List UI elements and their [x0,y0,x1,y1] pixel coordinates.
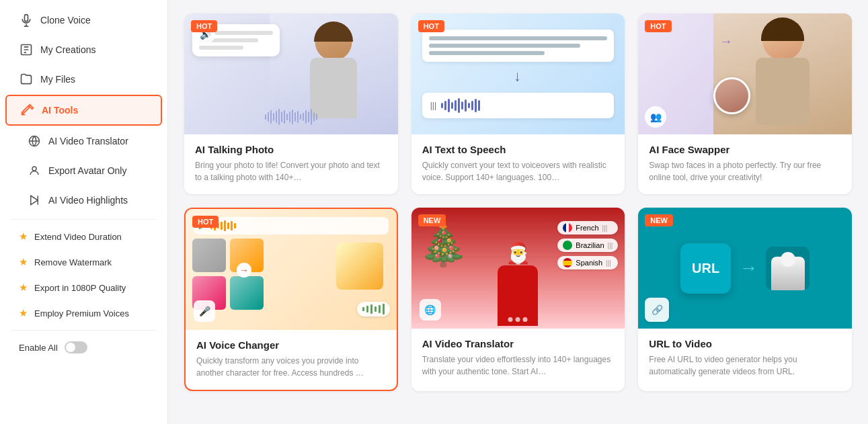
lang-tag-brazilian: Brazilian ||| [557,239,618,252]
card-face-swapper[interactable]: HOT → 👥 AI Face Swapper Swap two face [638,13,852,194]
card-desc-url-to-video: Free AI URL to video generator helps you… [649,353,841,378]
card-desc-video-translator: Translate your video effortlessly into 1… [422,353,615,378]
sidebar-divider-2 [11,330,157,331]
card-desc-tts: Quickly convert your text to voiceovers … [422,159,615,183]
clone-voice-icon [19,13,34,28]
card-title-tts: AI Text to Speech [422,144,615,155]
card-thumbnail-talking-photo: HOT 🔊 [184,13,398,134]
lang-tag-spanish: Spanish ||| [557,256,618,269]
my-creations-icon [19,42,34,57]
sidebar-item-ai-video-highlights-label: AI Video Highlights [48,195,128,206]
ai-video-translator-icon [27,134,42,149]
card-body-talking-photo: AI Talking Photo Bring your photo to lif… [184,134,398,194]
export-avatar-icon [27,163,42,178]
waveform-decoration [184,109,398,125]
card-body-face-swapper: AI Face Swapper Swap two faces in a phot… [638,134,852,194]
flag-brazilian [563,241,572,250]
card-desc-voice-changer: Quickly transform any voices you provide… [196,355,386,379]
sidebar-item-my-creations[interactable]: My Creations [5,36,162,64]
card-body-video-translator: AI Video Translator Translate your video… [411,329,625,388]
card-text-to-speech[interactable]: HOT → ||| [411,13,625,194]
sidebar-premium-extend-video[interactable]: ★ Extend Video Duration [5,224,162,249]
sidebar: Clone Voice My Creations My Files AI Too… [0,0,168,424]
card-desc-talking-photo: Bring your photo to life! Convert your p… [195,159,387,183]
star-icon-2: ★ [19,256,28,268]
sidebar-premium-voices[interactable]: ★ Employ Premium Voices [5,301,162,325]
card-url-to-video[interactable]: NEW URL → 🔗 URL to Video Free AI URL to … [638,208,852,391]
translate-icon: 🌐 [420,299,441,321]
sidebar-premium-remove-watermark[interactable]: ★ Remove Watermark [5,250,162,274]
badge-hot-vc: HOT [192,216,219,228]
star-icon-3: ★ [19,282,28,294]
badge-hot-talking-photo: HOT [191,20,217,32]
card-title-url-to-video: URL to Video [649,338,841,349]
card-title-face-swapper: AI Face Swapper [649,144,841,155]
enable-all-toggle[interactable] [65,341,87,353]
face-swap-icon: 👥 [645,106,666,128]
lang-tags: French ||| Brazilian ||| Spanish ||| [557,221,618,269]
sidebar-enable-all: Enable All [5,335,162,359]
lang-name-brazilian: Brazilian [576,241,604,249]
card-thumbnail-url-to-video: NEW URL → 🔗 [638,208,852,329]
card-title-video-translator: AI Video Translator [422,338,615,349]
sidebar-premium-export-1080p[interactable]: ★ Export in 1080P Quality [5,275,162,300]
badge-hot-tts: HOT [418,20,444,32]
sidebar-item-clone-voice[interactable]: Clone Voice [5,6,162,34]
sidebar-item-my-files[interactable]: My Files [5,65,162,93]
star-icon: ★ [19,230,28,243]
lang-tag-french: French ||| [557,221,618,235]
sidebar-item-ai-video-highlights[interactable]: AI Video Highlights [5,186,162,214]
svg-point-5 [32,167,36,171]
lang-name-french: French [576,224,598,232]
badge-new-url: NEW [645,214,673,226]
sidebar-item-ai-tools-label: AI Tools [42,105,78,116]
card-voice-changer[interactable]: HOT ▶ [184,208,398,391]
sidebar-item-ai-video-translator-label: AI Video Translator [48,136,128,146]
sidebar-item-ai-video-translator[interactable]: AI Video Translator [5,127,162,155]
main-content: HOT 🔊 [168,0,868,424]
sidebar-item-export-avatar[interactable]: Export Avatar Only [5,157,162,185]
url-icon-bottom: 🔗 [645,298,669,322]
sidebar-item-export-avatar-label: Export Avatar Only [48,165,126,176]
ai-tools-icon [20,103,35,118]
card-body-voice-changer: AI Voice Changer Quickly transform any v… [186,330,397,390]
lang-name-spanish: Spanish [576,259,602,267]
my-files-icon [19,72,34,87]
card-video-translator[interactable]: NEW 🎄 🎅 French ||| [411,208,625,391]
sidebar-item-my-files-label: My Files [40,74,75,85]
cards-grid: HOT 🔊 [184,13,852,391]
card-title-talking-photo: AI Talking Photo [195,144,387,155]
svg-marker-6 [31,196,38,205]
sidebar-item-clone-voice-label: Clone Voice [40,15,91,26]
card-body-url-to-video: URL to Video Free AI URL to video genera… [638,329,852,388]
flag-spanish [563,258,572,267]
card-thumbnail-voice-changer: HOT ▶ [186,209,397,330]
sidebar-item-my-creations-label: My Creations [40,44,95,55]
star-icon-4: ★ [19,307,28,319]
card-body-tts: AI Text to Speech Quickly convert your t… [411,134,625,194]
vc-mic-icon: 🎤 [194,300,215,322]
card-title-voice-changer: AI Voice Changer [196,339,386,351]
card-talking-photo[interactable]: HOT 🔊 [184,13,398,194]
badge-new-vt: NEW [418,214,446,226]
sidebar-item-ai-tools[interactable]: AI Tools [5,95,162,126]
badge-hot-face-swapper: HOT [645,20,671,32]
enable-all-label: Enable All [19,343,58,353]
flag-french [563,223,572,232]
card-thumbnail-tts: HOT → ||| [411,13,625,134]
card-thumbnail-face-swapper: HOT → 👥 [638,13,852,134]
ai-video-highlights-icon [27,193,42,208]
card-thumbnail-video-translator: NEW 🎄 🎅 French ||| [411,208,625,329]
card-desc-face-swapper: Swap two faces in a photo perfectly. Try… [649,159,841,183]
svg-rect-0 [25,15,28,22]
sidebar-divider [11,219,157,220]
